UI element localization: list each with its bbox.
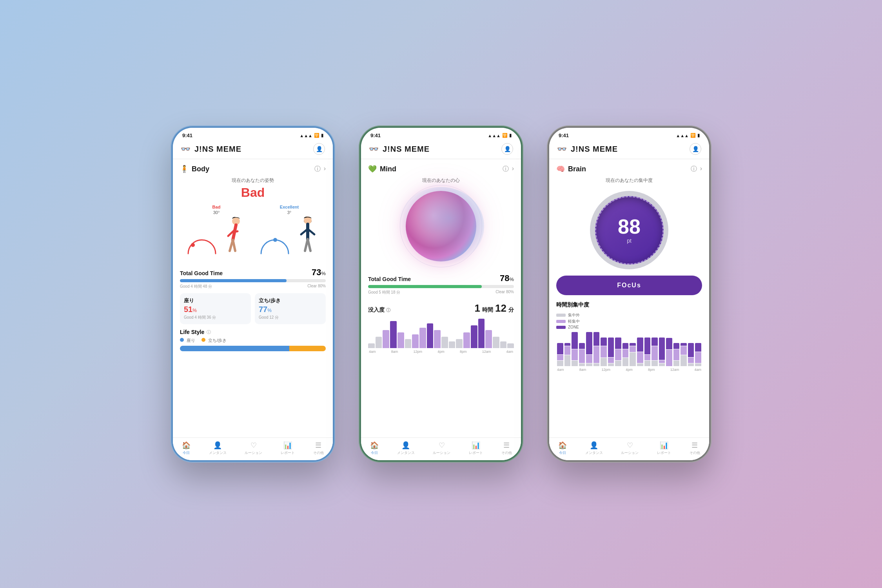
nav-bar-1: 👓 J!NS MEME 👤 xyxy=(173,140,333,159)
mind-bar-chart xyxy=(368,317,514,348)
stat1-meta: Good 4 時間 36 分 xyxy=(184,315,247,320)
zone-seg-2 xyxy=(572,332,578,349)
status-time-2: 9:41 xyxy=(370,132,381,138)
legend-color-light xyxy=(556,320,566,323)
nav-item-more-3[interactable]: ☰ その他 xyxy=(690,441,700,456)
zone-seg-1 xyxy=(564,343,571,346)
nav-icon-home-2: 🏠 xyxy=(370,441,379,450)
brain-score-number: 88 xyxy=(618,216,641,237)
mind-bar-18 xyxy=(500,341,507,348)
brain-score-container: 88 pt xyxy=(556,191,702,269)
light-seg-7 xyxy=(608,358,614,363)
info-icon-2[interactable]: ⓘ xyxy=(503,165,509,173)
zone-seg-3 xyxy=(579,343,585,348)
mind-bar-4 xyxy=(397,332,404,348)
nav-item-report-2[interactable]: 📊 レポート xyxy=(469,441,483,456)
legend-sitting: 座り xyxy=(180,338,195,343)
nav-icon-user-1: 👤 xyxy=(213,441,222,450)
avatar-1[interactable]: 👤 xyxy=(313,143,325,155)
brain-app-content: 🧠 Brain ⓘ › 現在のあなたの集中度 88 xyxy=(549,159,709,460)
light-seg-19 xyxy=(695,352,701,363)
info-icon-1[interactable]: ⓘ xyxy=(314,165,321,173)
bad-figure-group: Bad 30° xyxy=(184,205,249,257)
nav-item-report-3[interactable]: 📊 レポート xyxy=(657,441,671,456)
light-seg-5 xyxy=(593,346,600,363)
nav-icon-menu-1: ☰ xyxy=(315,441,321,450)
brain-bar-group-8 xyxy=(615,331,621,366)
light-seg-0 xyxy=(557,355,563,360)
zone-seg-8 xyxy=(615,338,621,348)
none-seg-9 xyxy=(622,358,629,366)
wifi-icon: 🛜 xyxy=(314,133,319,138)
nav-item-today-3[interactable]: 🏠 今日 xyxy=(558,441,567,456)
none-seg-4 xyxy=(586,363,592,366)
stat1-label: 座り xyxy=(184,297,247,304)
nav-item-routine-2[interactable]: ♡ ルーション xyxy=(433,441,450,456)
lifestyle-seg-sitting xyxy=(180,346,289,351)
light-seg-11 xyxy=(637,352,643,363)
none-seg-8 xyxy=(615,361,621,366)
good-arc-svg xyxy=(257,234,292,256)
progress-bar-mind xyxy=(368,285,514,288)
nav-item-maintenance-2[interactable]: 👤 メンタンス xyxy=(397,441,415,456)
nav-bar-3: 👓 J!NS MEME 👤 xyxy=(549,140,709,159)
nav-item-report-1[interactable]: 📊 レポート xyxy=(281,441,295,456)
zone-seg-10 xyxy=(630,343,636,346)
none-seg-6 xyxy=(601,358,607,366)
body-section-controls: ⓘ › xyxy=(314,165,326,173)
nav-item-routine-1[interactable]: ♡ ルーション xyxy=(245,441,262,456)
light-seg-8 xyxy=(615,349,621,360)
mind-phone: 9:41 ▲▲▲ 🛜 ▮ 👓 J!NS MEME 👤 xyxy=(359,125,523,463)
avatar-2[interactable]: 👤 xyxy=(501,143,513,155)
lifestyle-title: Life Style xyxy=(180,329,204,335)
nav-item-today-1[interactable]: 🏠 今日 xyxy=(182,441,191,456)
posture-value: Bad xyxy=(180,185,326,200)
none-seg-7 xyxy=(608,363,614,366)
legend-color-none xyxy=(556,314,566,317)
legend-walking: 立ち/歩き xyxy=(201,338,227,343)
mind-bar-16 xyxy=(485,330,492,348)
avatar-3[interactable]: 👤 xyxy=(690,143,701,155)
chevron-right-icon-1[interactable]: › xyxy=(324,165,326,173)
brain-chart-legend: 集中外 軽集中 ZONE xyxy=(556,312,702,329)
light-seg-3 xyxy=(579,349,585,363)
brain-bar-group-1 xyxy=(564,331,571,366)
status-icons-2: ▲▲▲ 🛜 ▮ xyxy=(488,133,512,138)
brain-phone-inner: 9:41 ▲▲▲ 🛜 ▮ 👓 J!NS MEME 👤 xyxy=(549,128,709,460)
brain-bar-group-14 xyxy=(659,331,665,366)
nav-icon-heart-3: ♡ xyxy=(627,441,633,450)
lifestyle-seg-walking xyxy=(289,346,326,351)
focus-button[interactable]: FOcUs xyxy=(556,276,702,295)
nav-label-today-2: 今日 xyxy=(371,450,378,456)
nav-label-maintenance-2: メンタンス xyxy=(397,450,415,456)
info-icon-3[interactable]: ⓘ xyxy=(691,165,697,173)
nav-item-maintenance-3[interactable]: 👤 メンタンス xyxy=(585,441,603,456)
brain-score-unit: pt xyxy=(627,238,632,244)
body-section-title: Body xyxy=(192,165,209,173)
mind-bar-5 xyxy=(405,339,412,348)
nav-item-maintenance-1[interactable]: 👤 メンタンス xyxy=(209,441,227,456)
nav-item-more-1[interactable]: ☰ その他 xyxy=(313,441,324,456)
zone-seg-16 xyxy=(673,343,680,348)
nav-label-more-2: その他 xyxy=(501,450,512,456)
nav-item-routine-3[interactable]: ♡ ルーション xyxy=(621,441,639,456)
nav-item-more-2[interactable]: ☰ その他 xyxy=(501,441,512,456)
nav-icon-heart-1: ♡ xyxy=(250,441,257,450)
brain-section-header: 🧠 Brain ⓘ › xyxy=(549,159,709,177)
chevron-right-icon-3[interactable]: › xyxy=(700,165,702,173)
zone-seg-14 xyxy=(659,338,665,360)
stat2-label: 立ち/歩き xyxy=(259,297,322,304)
brain-current-label: 現在のあなたの集中度 xyxy=(556,177,702,184)
mind-bar-12 xyxy=(456,339,463,348)
chevron-right-icon-2[interactable]: › xyxy=(512,165,514,173)
tgt-label-body: Total Good Time xyxy=(180,270,223,276)
brain-screen: 現在のあなたの集中度 88 pt FOcUs 時間別集中度 xyxy=(549,177,709,437)
nav-icon-home-1: 🏠 xyxy=(182,441,191,450)
body-phone: 9:41 ▲▲▲ 🛜 ▮ 👓 J!NS MEME 👤 xyxy=(171,125,335,463)
none-seg-2 xyxy=(572,361,578,366)
brain-bar-chart xyxy=(556,331,702,366)
nav-item-today-2[interactable]: 🏠 今日 xyxy=(370,441,379,456)
legend-dot-walking xyxy=(201,338,205,342)
mind-bar-19 xyxy=(507,343,514,348)
nav-icon-chart-2: 📊 xyxy=(472,441,480,450)
